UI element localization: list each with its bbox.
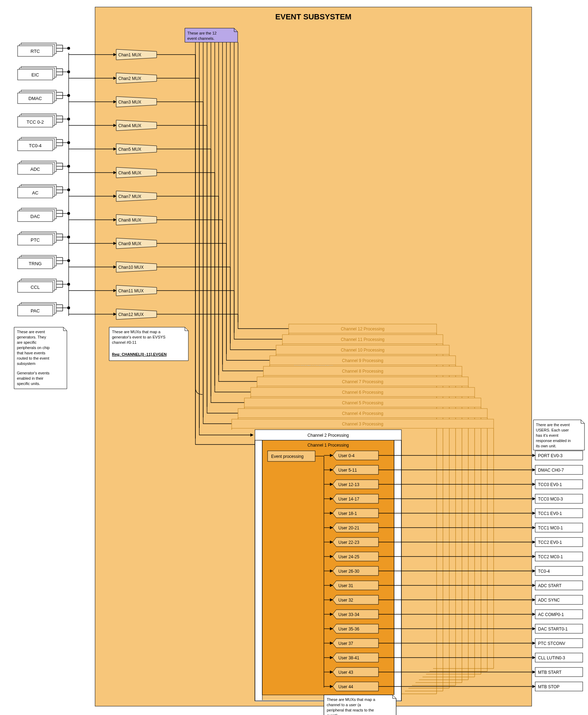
user-label: User 33-34 — [338, 612, 359, 617]
channel-processing-label: Channel 12 Processing — [341, 327, 384, 331]
user-label: User 18-1 — [338, 511, 357, 516]
mux-label: Chan10 MUX — [118, 265, 144, 270]
consumer-label: AC COMP0-1 — [538, 612, 564, 617]
mux-label: Chan6 MUX — [118, 170, 141, 175]
consumer-label: TCC2 MC0-1 — [538, 554, 563, 559]
channel-processing-label: Channel 3 Processing — [342, 422, 383, 427]
user-label: User 0-4 — [338, 453, 355, 458]
user-label: User 20-21 — [338, 526, 359, 530]
mux-note-l3: channel #0-11 — [112, 340, 137, 344]
mux-label: Chan3 MUX — [118, 100, 141, 105]
channels-note-line2: event channels. — [187, 36, 214, 41]
gen-note-l11: specific units. — [17, 381, 40, 386]
user-label: User 35-36 — [338, 627, 359, 632]
channel-processing-label: Channel 8 Processing — [342, 369, 383, 374]
consumer-label: TCC0 MC0-3 — [538, 497, 563, 502]
consumer-label: DAC START0-1 — [538, 627, 568, 632]
event-processing-label: Event processing — [271, 454, 304, 459]
channel-processing-label: Channel 11 Processing — [341, 337, 384, 342]
mux-label: Chan4 MUX — [118, 123, 141, 128]
user-label: User 26-30 — [338, 569, 359, 574]
mux-label: Chan12 MUX — [118, 312, 144, 317]
consumer-label: MTB STOP — [538, 684, 559, 689]
umux-note-l4: event) — [327, 713, 338, 715]
consumer-label: TC0-4 — [538, 569, 550, 574]
generator-label: TC0-4 — [29, 143, 42, 148]
users-note: There are the event USERS. Each user has… — [533, 420, 584, 450]
users-note-l3: has it's event — [536, 433, 558, 437]
diagram-root: EVENT SUBSYSTEM www.JEHTech.com These ar… — [0, 0, 588, 715]
user-label: User 14-17 — [338, 497, 359, 502]
user-label: User 32 — [338, 598, 353, 603]
usermux-note: These are MUXs that map a channel to a u… — [324, 695, 396, 715]
users-note-l2: USERS. Each user — [536, 428, 569, 432]
gen-note-l9: Generator's events — [17, 371, 50, 375]
mux-label: Chan2 MUX — [118, 76, 141, 81]
gen-note-l10: enabled in their — [17, 376, 44, 380]
consumer-label: TCC1 MC0-1 — [538, 526, 563, 530]
mux-label: Chan11 MUX — [118, 288, 144, 293]
generator-label: TCC 0-2 — [26, 119, 44, 125]
generator-label: PTC — [31, 237, 40, 243]
user-label: User 12-13 — [338, 482, 359, 487]
user-label: User 31 — [338, 583, 353, 588]
svg-point-6 — [67, 47, 70, 50]
consumer-label: DMAC CH0-7 — [538, 468, 564, 473]
consumer-label: TCC0 EV0-1 — [538, 482, 562, 487]
channels-note: These are the 12 event channels. — [185, 28, 238, 42]
consumer-label: TCC1 EV0-1 — [538, 511, 562, 516]
channel-processing-label: Channel 4 Processing — [342, 411, 383, 416]
channel-2-label: Channel 2 Processing — [307, 433, 349, 438]
users-note-l5: its own unit. — [536, 444, 556, 448]
consumer-label: CLL LUTIN0-3 — [538, 655, 565, 660]
user-label: User 24-25 — [338, 554, 359, 559]
channel-processing-label: Channel 10 Processing — [341, 348, 384, 353]
channel-processing-label: Channel 9 Processing — [342, 358, 383, 363]
gen-note-l3: are specific — [17, 340, 37, 344]
channel-processing-label: Channel 7 Processing — [342, 379, 383, 384]
channel-1-label: Channel 1 Processing — [307, 443, 349, 448]
umux-note-l2: channel to a user (a — [327, 703, 361, 707]
gen-note-l1: These are event — [17, 330, 45, 334]
umux-note-l1: These are MUXs that map a — [327, 697, 375, 702]
generator-label: DMAC — [29, 96, 42, 101]
consumer-label: PORT EV0-3 — [538, 453, 563, 458]
channels-note-line1: These are the 12 — [187, 31, 217, 35]
gen-note-l5: that have events — [17, 351, 45, 355]
gen-note-l2: generators. They — [17, 335, 46, 339]
gen-note-l4: peripherals on chip — [17, 346, 50, 350]
user-label: User 37 — [338, 641, 353, 646]
user-label: User 43 — [338, 670, 353, 675]
channel-processing-label: Channel 5 Processing — [342, 400, 383, 405]
generator-label: ADC — [30, 167, 40, 172]
gen-note-l7: subsystem — [17, 361, 36, 366]
mux-note-l1: These are MUXs that map a — [112, 330, 161, 334]
mux-label: Chan1 MUX — [118, 52, 141, 57]
mux-note: These are MUXs that map a generator's ev… — [109, 327, 188, 361]
consumer-label: ADC START — [538, 583, 562, 588]
consumer-label: ADC SYNC — [538, 598, 560, 603]
mux-label: Chan7 MUX — [118, 194, 141, 199]
generator-label: RTC — [31, 49, 40, 54]
generators-note: These are event generators. They are spe… — [14, 327, 67, 389]
generator-label: DAC — [30, 214, 40, 219]
user-label: User 22-23 — [338, 540, 359, 545]
mux-label: Chan9 MUX — [118, 241, 141, 246]
generator-label: TRNG — [29, 261, 42, 266]
generator-label: AC — [32, 190, 38, 195]
generator-label: CCL — [31, 285, 40, 290]
users-note-l4: response enabled in — [536, 439, 571, 443]
user-label: User 44 — [338, 684, 353, 689]
user-label: User 38-41 — [338, 655, 359, 660]
users-note-l1: There are the event — [536, 423, 570, 427]
generator-label: PAC — [31, 308, 40, 313]
mux-label: Chan8 MUX — [118, 218, 141, 223]
mux-note-l2: generator's event to an EVSYS — [112, 335, 165, 339]
umux-note-l3: peripheral that reacts to the — [327, 708, 374, 712]
channel-processing-label: Channel 6 Processing — [342, 390, 383, 395]
subsystem-title: EVENT SUBSYSTEM — [275, 12, 351, 21]
generator-label: EIC — [31, 72, 39, 77]
consumer-label: MTB START — [538, 670, 562, 675]
gen-note-l6: routed to the event — [17, 356, 49, 360]
mux-note-reg: Reg: CHANNEL[0 -11].EVGEN — [112, 352, 167, 356]
